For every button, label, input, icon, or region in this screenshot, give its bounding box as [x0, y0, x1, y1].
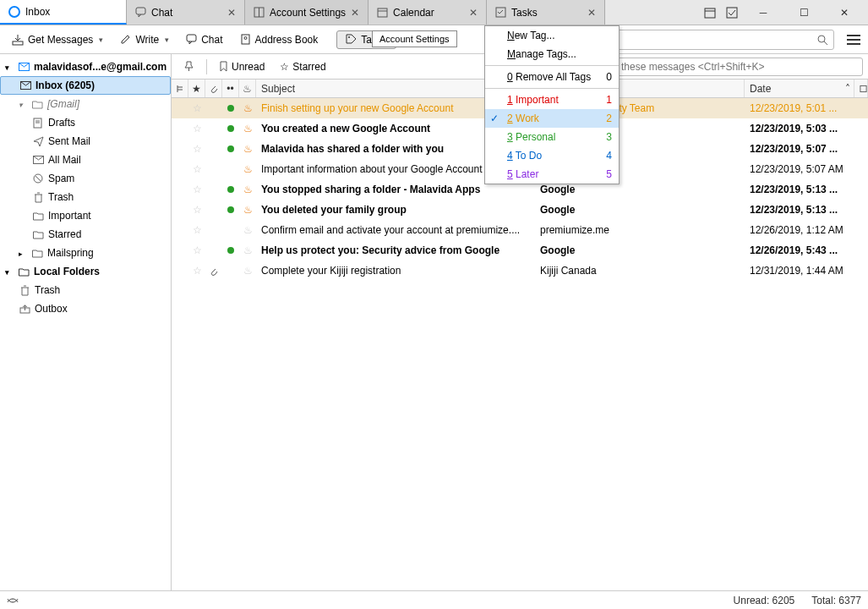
tasks-icon [495, 7, 506, 18]
maximize-button[interactable]: ☐ [785, 1, 822, 25]
tasks-quick-icon[interactable] [723, 3, 741, 22]
close-icon[interactable]: ✕ [227, 7, 236, 19]
svg-point-14 [348, 36, 350, 38]
tab-tasks[interactable]: Tasks ✕ [487, 0, 605, 25]
close-icon[interactable]: ✕ [587, 7, 596, 19]
unread-dot[interactable] [222, 206, 239, 213]
main-area: malavidasof...e@gmail.com Inbox (6205) [… [0, 54, 868, 590]
sidebar-local-trash[interactable]: Trash [0, 281, 171, 299]
sidebar-starred[interactable]: Starred [0, 225, 171, 244]
star-icon[interactable]: ☆ [188, 224, 205, 236]
search-icon[interactable] [816, 34, 828, 46]
close-icon[interactable]: ✕ [351, 7, 359, 19]
sidebar-important[interactable]: Important [0, 206, 171, 225]
chat-icon [186, 34, 197, 45]
trash-icon [32, 191, 44, 203]
address-book-label: Address Book [255, 34, 319, 46]
menu-tag-work[interactable]: ✓2 Work2 [485, 109, 619, 128]
col-picker[interactable] [854, 80, 868, 97]
message-date: 12/31/2019, 1:44 AM [745, 265, 868, 277]
write-button[interactable]: Write [113, 30, 176, 49]
filter-input[interactable] [596, 61, 857, 73]
sidebar-drafts[interactable]: Drafts [0, 113, 171, 132]
sidebar-allmail[interactable]: All Mail [0, 151, 171, 169]
account-row[interactable]: malavidasof...e@gmail.com [0, 58, 171, 76]
sidebar-gmail[interactable]: [Gmail] [0, 95, 171, 113]
app-menu-button[interactable] [844, 35, 863, 45]
unread-dot[interactable] [222, 145, 239, 152]
thunderbird-icon [8, 6, 20, 18]
menu-new-tag[interactable]: New Tag... [485, 26, 619, 45]
menu-tag-personal[interactable]: 3 Personal3 [485, 128, 619, 146]
tab-label: Account Settings [270, 7, 346, 19]
twisty-icon[interactable] [5, 266, 14, 277]
message-row[interactable]: ☆♨Help us protect you: Security advice f… [172, 240, 868, 261]
local-folders-row[interactable]: Local Folders [0, 262, 171, 281]
col-flame[interactable]: ♨ [239, 80, 256, 97]
message-row[interactable]: ☆♨Complete your Kijiji registrationKijij… [172, 261, 868, 281]
col-attachment[interactable] [205, 80, 222, 97]
sidebar-sent[interactable]: Sent Mail [0, 132, 171, 151]
twisty-icon[interactable] [19, 247, 27, 259]
message-correspondent: Google [535, 244, 745, 256]
minimize-button[interactable]: ─ [745, 1, 782, 25]
star-icon: ☆ [280, 61, 289, 73]
filter-unread[interactable]: Unread [212, 58, 271, 76]
col-star[interactable]: ★ [188, 80, 205, 97]
activity-icon[interactable] [7, 595, 19, 606]
sidebar-spam[interactable]: Spam [0, 169, 171, 188]
star-icon[interactable]: ☆ [188, 265, 205, 277]
address-book-button[interactable]: Address Book [233, 30, 325, 49]
message-row[interactable]: ☆♨Confirm email and activate your accoun… [172, 220, 868, 240]
menu-tag-to-do[interactable]: 4 To Do4 [485, 146, 619, 165]
tab-label: Chat [151, 7, 172, 19]
filter-starred-label: Starred [292, 61, 325, 73]
menu-manage-tags[interactable]: Manage Tags... [485, 45, 619, 63]
unread-dot[interactable] [222, 247, 239, 254]
calendar-quick-icon[interactable] [701, 3, 719, 22]
star-icon[interactable]: ☆ [188, 102, 205, 114]
trash-icon [19, 284, 30, 296]
star-icon[interactable]: ☆ [188, 204, 205, 216]
star-icon[interactable]: ☆ [188, 123, 205, 134]
col-date[interactable]: Date˄ [745, 80, 854, 97]
svg-rect-11 [187, 35, 196, 41]
message-correspondent: Google [535, 184, 745, 195]
tab-account-settings[interactable]: Account Settings ✕ [245, 0, 368, 25]
message-correspondent: Google [535, 204, 745, 216]
menu-tag-important[interactable]: 1 Important1 [485, 91, 619, 109]
star-icon[interactable]: ☆ [188, 184, 205, 195]
close-icon[interactable]: ✕ [469, 7, 478, 19]
twisty-icon[interactable] [5, 61, 14, 73]
drafts-icon [32, 117, 44, 129]
message-row[interactable]: ☆♨You deleted your family groupGoogle12/… [172, 200, 868, 220]
star-icon[interactable]: ☆ [188, 244, 205, 256]
unread-dot[interactable] [222, 105, 239, 112]
col-unread[interactable]: •• [222, 80, 239, 97]
close-window-button[interactable]: ✕ [826, 1, 863, 25]
unread-dot[interactable] [222, 186, 239, 193]
col-thread[interactable] [172, 80, 188, 97]
menu-tag-later[interactable]: 5 Later5 [485, 165, 619, 184]
unread-dot[interactable] [222, 125, 239, 132]
tab-chat[interactable]: Chat ✕ [127, 0, 245, 25]
get-messages-button[interactable]: Get Messages [5, 30, 110, 49]
spam-label: Spam [48, 173, 74, 184]
tab-inbox[interactable]: Inbox [0, 0, 127, 25]
pin-filter-button[interactable] [177, 58, 201, 75]
star-icon[interactable]: ☆ [188, 143, 205, 155]
sidebar-outbox[interactable]: Outbox [0, 299, 171, 318]
chat-button[interactable]: Chat [179, 30, 229, 49]
svg-rect-1 [136, 8, 145, 14]
tab-calendar[interactable]: Calendar ✕ [368, 0, 487, 25]
menu-remove-all[interactable]: 0 Remove All Tags 0 [485, 68, 619, 86]
folder-icon [32, 210, 44, 222]
sidebar-inbox[interactable]: Inbox (6205) [0, 76, 171, 95]
twisty-icon[interactable] [19, 98, 27, 110]
sidebar-mailspring[interactable]: Mailspring [0, 244, 171, 262]
star-icon[interactable]: ☆ [188, 163, 205, 175]
message-date: 12/23/2019, 5:13 ... [745, 204, 868, 216]
sidebar-trash[interactable]: Trash [0, 188, 171, 206]
mail-icon [32, 154, 44, 166]
filter-starred[interactable]: ☆ Starred [273, 58, 332, 76]
